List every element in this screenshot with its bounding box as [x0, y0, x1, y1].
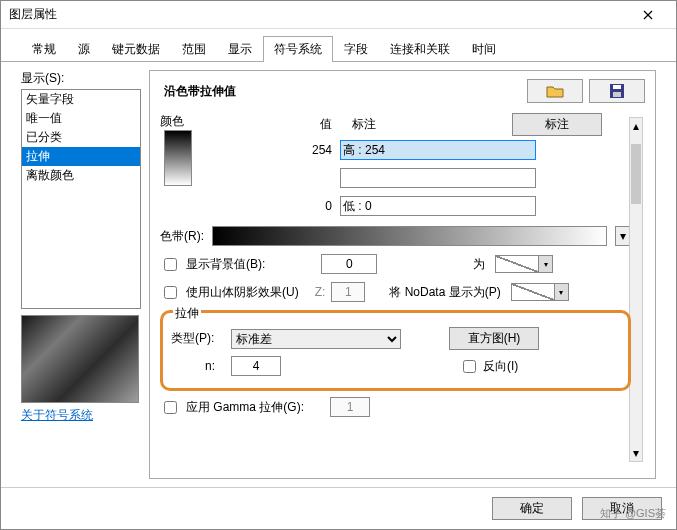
anno-header: 标注 [352, 116, 412, 133]
panel-body: ▴ ▾ 颜色 值 标注 标注 [160, 109, 645, 470]
min-label-input[interactable] [340, 196, 536, 216]
tab-source[interactable]: 源 [67, 36, 101, 62]
tab-key[interactable]: 键元数据 [101, 36, 171, 62]
tab-time[interactable]: 时间 [461, 36, 507, 62]
titlebar: 图层属性 [1, 1, 676, 29]
svg-rect-2 [613, 92, 621, 97]
show-background-checkbox[interactable] [164, 258, 177, 271]
tabs: 常规 源 键元数据 范围 显示 符号系统 字段 连接和关联 时间 [1, 29, 676, 62]
scroll-up-icon[interactable]: ▴ [632, 120, 640, 132]
list-item-unique[interactable]: 唯一值 [22, 109, 140, 128]
close-icon [643, 10, 653, 20]
background-color-dropdown[interactable]: ▾ [539, 255, 553, 273]
min-value: 0 [292, 199, 332, 213]
max-label-input[interactable] [340, 140, 536, 160]
watermark: 知乎 @GIS荟 [600, 506, 666, 521]
gamma-checkbox[interactable] [164, 401, 177, 414]
svg-rect-1 [613, 85, 621, 89]
color-swatch[interactable] [164, 130, 192, 186]
panel-header: 沿色带拉伸值 [160, 79, 645, 103]
ramp-label: 色带(R): [160, 228, 204, 245]
type-label: 类型(P): [171, 330, 223, 347]
nodata-label: 将 NoData 显示为(P) [389, 284, 500, 301]
n-label: n: [171, 359, 223, 373]
left-column: 显示(S): 矢量字段 唯一值 已分类 拉伸 离散颜色 关于符号系统 [21, 70, 141, 479]
color-ramp[interactable] [212, 226, 607, 246]
tab-symbology[interactable]: 符号系统 [263, 36, 333, 62]
nodata-color-well[interactable] [511, 283, 555, 301]
scroll-down-icon[interactable]: ▾ [632, 447, 640, 459]
layer-properties-window: 图层属性 常规 源 键元数据 范围 显示 符号系统 字段 连接和关联 时间 显示… [0, 0, 677, 530]
list-item-discrete[interactable]: 离散颜色 [22, 166, 140, 185]
max-value: 254 [292, 143, 332, 157]
invert-label: 反向(I) [483, 358, 518, 375]
gamma-input [330, 397, 370, 417]
list-item-vector[interactable]: 矢量字段 [22, 90, 140, 109]
label-button[interactable]: 标注 [512, 113, 602, 136]
panel-title: 沿色带拉伸值 [160, 83, 521, 100]
preview-thumbnail [21, 315, 139, 403]
hillshade-label: 使用山体阴影效果(U) [186, 284, 299, 301]
tab-extent[interactable]: 范围 [171, 36, 217, 62]
gamma-label: 应用 Gamma 拉伸(G): [186, 399, 304, 416]
about-symbology-link[interactable]: 关于符号系统 [21, 407, 141, 424]
mid-label-input[interactable] [340, 168, 536, 188]
show-background-label: 显示背景值(B): [186, 256, 265, 273]
tab-general[interactable]: 常规 [21, 36, 67, 62]
z-label: Z: [315, 285, 326, 299]
show-label: 显示(S): [21, 70, 141, 87]
scroll-thumb[interactable] [631, 144, 641, 204]
list-item-stretched[interactable]: 拉伸 [22, 147, 140, 166]
scrollbar[interactable]: ▴ ▾ [629, 117, 643, 462]
footer: 确定 取消 [1, 487, 676, 529]
renderer-list[interactable]: 矢量字段 唯一值 已分类 拉伸 离散颜色 [21, 89, 141, 309]
as-label: 为 [473, 256, 485, 273]
window-title: 图层属性 [9, 6, 628, 23]
background-color-well[interactable] [495, 255, 539, 273]
color-label: 颜色 [160, 113, 184, 130]
value-header: 值 [292, 116, 332, 133]
content: 显示(S): 矢量字段 唯一值 已分类 拉伸 离散颜色 关于符号系统 沿色带拉伸… [1, 62, 676, 487]
histogram-button[interactable]: 直方图(H) [449, 327, 539, 350]
save-button[interactable] [589, 79, 645, 103]
invert-checkbox[interactable] [463, 360, 476, 373]
right-panel: 沿色带拉伸值 ▴ ▾ 颜色 [149, 70, 656, 479]
stretch-group-title: 拉伸 [173, 305, 201, 322]
list-item-classified[interactable]: 已分类 [22, 128, 140, 147]
tab-joins[interactable]: 连接和关联 [379, 36, 461, 62]
folder-open-icon [546, 84, 564, 98]
stretch-group: 拉伸 类型(P): 标准差 直方图(H) n: 反向(I) [160, 310, 631, 391]
hillshade-checkbox[interactable] [164, 286, 177, 299]
open-button[interactable] [527, 79, 583, 103]
background-value-input[interactable] [321, 254, 377, 274]
tab-fields[interactable]: 字段 [333, 36, 379, 62]
close-button[interactable] [628, 1, 668, 29]
z-input [331, 282, 365, 302]
stretch-type-combo[interactable]: 标准差 [231, 329, 401, 349]
tab-display[interactable]: 显示 [217, 36, 263, 62]
ok-button[interactable]: 确定 [492, 497, 572, 520]
nodata-color-dropdown[interactable]: ▾ [555, 283, 569, 301]
save-icon [610, 84, 624, 98]
n-input[interactable] [231, 356, 281, 376]
